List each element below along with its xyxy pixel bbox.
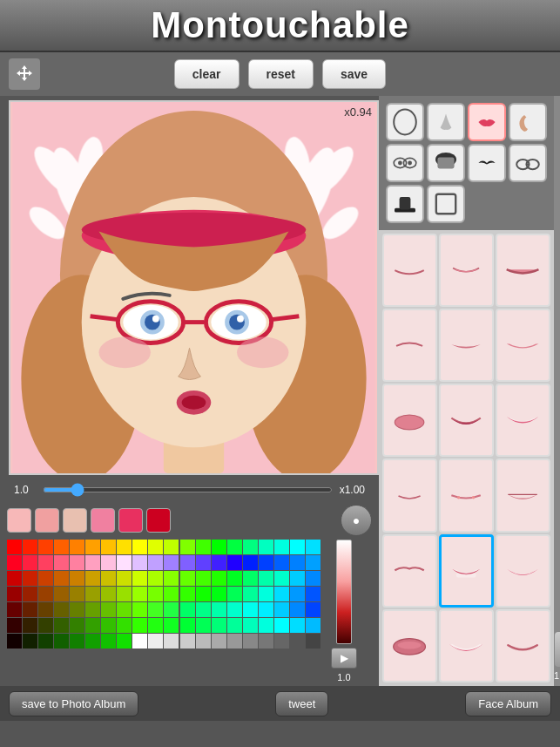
palette-color-cell[interactable] <box>85 571 100 586</box>
palette-color-cell[interactable] <box>243 555 258 570</box>
palette-color-cell[interactable] <box>306 634 320 649</box>
palette-color-cell[interactable] <box>148 571 163 586</box>
palette-color-cell[interactable] <box>227 618 242 633</box>
palette-color-cell[interactable] <box>212 602 226 617</box>
palette-color-cell[interactable] <box>306 618 320 633</box>
palette-color-cell[interactable] <box>196 571 211 586</box>
palette-color-cell[interactable] <box>306 555 320 570</box>
palette-color-cell[interactable] <box>243 571 258 586</box>
palette-color-cell[interactable] <box>148 634 163 649</box>
palette-color-cell[interactable] <box>132 618 147 633</box>
palette-color-cell[interactable] <box>259 540 273 554</box>
palette-color-cell[interactable] <box>259 618 273 633</box>
palette-color-cell[interactable] <box>38 634 53 649</box>
palette-color-cell[interactable] <box>180 571 195 586</box>
palette-color-cell[interactable] <box>54 618 69 633</box>
palette-color-cell[interactable] <box>306 587 320 601</box>
swatch-5[interactable] <box>118 508 143 533</box>
palette-color-cell[interactable] <box>23 602 37 617</box>
icon-ear[interactable] <box>509 103 547 141</box>
palette-color-cell[interactable] <box>23 634 37 649</box>
palette-color-cell[interactable] <box>259 555 273 570</box>
mouth-option-16[interactable] <box>382 609 437 682</box>
palette-color-cell[interactable] <box>306 571 320 586</box>
icon-hair[interactable] <box>427 144 465 182</box>
palette-color-cell[interactable] <box>132 571 147 586</box>
palette-color-cell[interactable] <box>38 540 53 554</box>
palette-color-cell[interactable] <box>85 540 100 554</box>
palette-color-cell[interactable] <box>180 587 195 601</box>
palette-color-cell[interactable] <box>148 618 163 633</box>
palette-color-cell[interactable] <box>132 602 147 617</box>
palette-color-cell[interactable] <box>290 587 305 601</box>
palette-color-cell[interactable] <box>259 634 273 649</box>
palette-color-cell[interactable] <box>7 540 22 554</box>
save-album-button[interactable]: save to Photo Album <box>9 691 138 716</box>
mouth-option-1[interactable] <box>382 234 437 307</box>
icon-eyes[interactable] <box>386 144 424 182</box>
palette-color-cell[interactable] <box>7 602 22 617</box>
palette-color-cell[interactable] <box>101 618 116 633</box>
palette-color-cell[interactable] <box>290 634 305 649</box>
palette-color-cell[interactable] <box>227 571 242 586</box>
palette-color-cell[interactable] <box>70 634 84 649</box>
palette-color-cell[interactable] <box>70 540 84 554</box>
palette-color-cell[interactable] <box>227 634 242 649</box>
palette-color-cell[interactable] <box>54 555 69 570</box>
palette-color-cell[interactable] <box>38 618 53 633</box>
icon-square[interactable] <box>427 185 465 223</box>
palette-color-cell[interactable] <box>148 540 163 554</box>
palette-color-cell[interactable] <box>38 555 53 570</box>
palette-color-cell[interactable] <box>259 602 273 617</box>
palette-color-cell[interactable] <box>196 634 211 649</box>
palette-color-cell[interactable] <box>70 587 84 601</box>
palette-color-cell[interactable] <box>148 555 163 570</box>
swatch-2[interactable] <box>35 508 59 533</box>
palette-color-cell[interactable] <box>85 618 100 633</box>
palette-color-cell[interactable] <box>132 555 147 570</box>
palette-color-cell[interactable] <box>180 540 195 554</box>
palette-color-cell[interactable] <box>164 540 179 554</box>
palette-color-cell[interactable] <box>117 587 132 601</box>
icon-face[interactable] <box>386 103 424 141</box>
canvas-area[interactable]: x0.94 <box>9 100 379 475</box>
mouth-option-12[interactable] <box>496 458 550 532</box>
palette-color-cell[interactable] <box>132 634 147 649</box>
palette-color-cell[interactable] <box>148 602 163 617</box>
palette-color-cell[interactable] <box>148 587 163 601</box>
palette-color-cell[interactable] <box>70 555 84 570</box>
palette-color-cell[interactable] <box>54 602 69 617</box>
palette-color-cell[interactable] <box>274 587 289 601</box>
tweet-button[interactable]: tweet <box>275 691 328 716</box>
palette-color-cell[interactable] <box>290 618 305 633</box>
mouth-option-3[interactable] <box>496 234 550 307</box>
palette-color-cell[interactable] <box>274 618 289 633</box>
palette-color-cell[interactable] <box>7 587 22 601</box>
palette-color-cell[interactable] <box>243 602 258 617</box>
palette-color-cell[interactable] <box>164 571 179 586</box>
palette-color-cell[interactable] <box>38 602 53 617</box>
mouth-option-14[interactable] <box>439 534 494 608</box>
palette-color-cell[interactable] <box>196 618 211 633</box>
icon-mustache[interactable] <box>468 144 506 182</box>
mouth-option-13[interactable] <box>382 534 437 608</box>
palette-color-cell[interactable] <box>70 602 84 617</box>
mouth-option-4[interactable] <box>382 309 437 382</box>
mouth-option-11[interactable] <box>439 458 494 532</box>
palette-color-cell[interactable] <box>290 602 305 617</box>
mouth-option-15[interactable] <box>496 534 550 608</box>
palette-color-cell[interactable] <box>132 587 147 601</box>
palette-color-cell[interactable] <box>54 540 69 554</box>
palette-color-cell[interactable] <box>7 555 22 570</box>
palette-color-cell[interactable] <box>23 555 37 570</box>
palette-color-cell[interactable] <box>227 555 242 570</box>
palette-color-cell[interactable] <box>164 618 179 633</box>
palette-color-cell[interactable] <box>180 602 195 617</box>
palette-color-cell[interactable] <box>164 587 179 601</box>
palette-color-cell[interactable] <box>101 571 116 586</box>
palette-color-cell[interactable] <box>243 587 258 601</box>
palette-color-cell[interactable] <box>196 555 211 570</box>
icon-hat[interactable] <box>386 185 424 223</box>
shade-bar[interactable] <box>336 540 352 644</box>
icon-nose[interactable] <box>427 103 465 141</box>
